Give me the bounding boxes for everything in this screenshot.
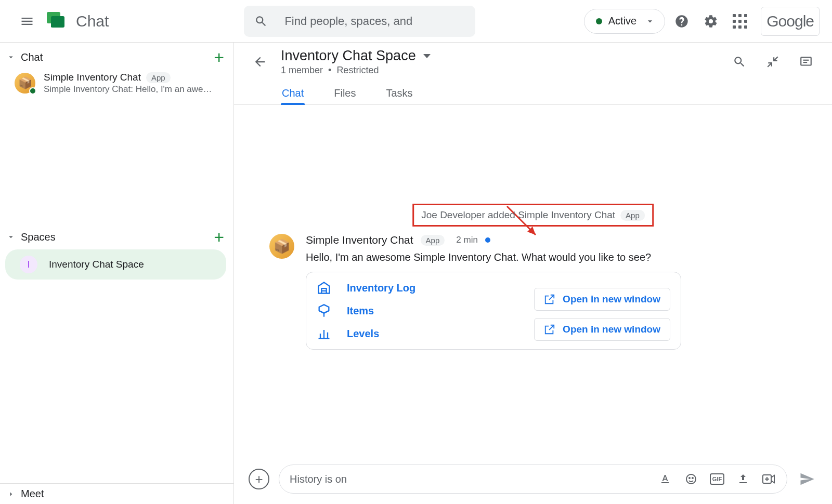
svg-point-12 bbox=[686, 474, 696, 484]
card-link-inventory-log[interactable]: Inventory Log bbox=[317, 281, 415, 295]
search-placeholder: Find people, spaces, and bbox=[284, 15, 412, 28]
search-icon bbox=[733, 55, 746, 69]
package-box-icon: 📦 bbox=[15, 73, 35, 94]
svg-point-13 bbox=[689, 478, 690, 479]
apps-button[interactable] bbox=[727, 9, 752, 34]
open-levels-button[interactable]: Open in new window bbox=[534, 318, 670, 341]
space-tabs: Chat Files Tasks bbox=[281, 82, 817, 104]
sidebar-section-spaces[interactable]: Spaces + bbox=[0, 227, 233, 247]
space-avatar: I bbox=[20, 256, 37, 273]
gif-icon: GIF bbox=[710, 473, 724, 485]
tab-files[interactable]: Files bbox=[333, 82, 357, 104]
svg-rect-2 bbox=[801, 57, 811, 65]
format-text-button[interactable] bbox=[658, 472, 672, 486]
message-area: Joe Developer added Simple Inventory Cha… bbox=[234, 105, 832, 456]
chat-logo-icon bbox=[46, 11, 67, 32]
open-items-button[interactable]: Open in new window bbox=[534, 288, 670, 311]
message-author: Simple Inventory Chat bbox=[306, 234, 413, 246]
system-message: Joe Developer added Simple Inventory Cha… bbox=[421, 209, 615, 221]
space-menu-caret-icon[interactable] bbox=[423, 54, 431, 58]
sidebar-chat-title: Simple Inventory Chat bbox=[44, 72, 141, 83]
status-dot-icon bbox=[596, 18, 602, 24]
caret-down-icon bbox=[6, 232, 16, 242]
open-side-panel-button[interactable] bbox=[795, 50, 817, 73]
gear-icon bbox=[704, 14, 718, 29]
message-card: Inventory Log Items Levels bbox=[306, 272, 681, 350]
caret-right-icon bbox=[6, 489, 16, 499]
main-panel: Inventory Chat Space 1 member • Restrict… bbox=[234, 43, 832, 504]
app-badge: App bbox=[620, 210, 645, 221]
open-external-icon bbox=[544, 294, 555, 305]
chat-message: 📦 Simple Inventory Chat App 2 min Hello,… bbox=[269, 234, 817, 350]
svg-rect-1 bbox=[51, 16, 64, 28]
sidebar-section-chat-title: Chat bbox=[21, 51, 43, 63]
emoji-icon bbox=[685, 473, 697, 485]
help-icon bbox=[674, 14, 689, 29]
message-time: 2 min bbox=[456, 235, 478, 245]
gif-button[interactable]: GIF bbox=[710, 472, 724, 486]
send-button[interactable] bbox=[797, 469, 817, 489]
tab-chat[interactable]: Chat bbox=[281, 82, 305, 104]
caret-down-icon bbox=[6, 52, 16, 62]
svg-point-14 bbox=[692, 478, 693, 479]
message-text: Hello, I'm an awesome Simple Inventory C… bbox=[306, 251, 681, 263]
new-chat-button[interactable]: + bbox=[214, 51, 224, 63]
sidebar-space-name: Inventory Chat Space bbox=[49, 259, 144, 270]
menu-icon bbox=[20, 14, 34, 29]
app-header: Chat Find people, spaces, and Active Goo… bbox=[0, 0, 832, 43]
space-header: Inventory Chat Space 1 member • Restrict… bbox=[234, 43, 832, 105]
new-space-button[interactable]: + bbox=[214, 231, 224, 243]
upload-button[interactable] bbox=[736, 472, 750, 486]
tab-tasks[interactable]: Tasks bbox=[385, 82, 413, 104]
chevron-down-icon bbox=[645, 16, 655, 26]
card-link-levels[interactable]: Levels bbox=[317, 326, 415, 341]
open-external-icon bbox=[544, 324, 555, 335]
sidebar-space-item[interactable]: I Inventory Chat Space bbox=[5, 249, 226, 280]
space-subtitle: 1 member • Restricted bbox=[281, 65, 431, 76]
composer-placeholder: History is on bbox=[290, 473, 649, 485]
plus-icon: + bbox=[255, 471, 263, 487]
main-menu-button[interactable] bbox=[15, 9, 40, 34]
google-brand[interactable]: Google bbox=[761, 7, 820, 36]
compose-add-button[interactable]: + bbox=[249, 469, 269, 489]
sidebar-section-meet[interactable]: Meet bbox=[0, 484, 233, 504]
bar-chart-icon bbox=[317, 326, 331, 341]
header-right: Active Google bbox=[575, 7, 820, 36]
annotation-highlight-box: Joe Developer added Simple Inventory Cha… bbox=[412, 204, 654, 227]
boxes-icon bbox=[317, 303, 331, 318]
collapse-icon bbox=[766, 55, 779, 69]
app-logo: Chat bbox=[46, 11, 109, 32]
emoji-button[interactable] bbox=[684, 472, 698, 486]
back-arrow-icon bbox=[253, 55, 267, 69]
card-link-items[interactable]: Items bbox=[317, 303, 415, 318]
presence-dot-icon bbox=[29, 87, 36, 95]
composer-area: + History is on GIF bbox=[234, 456, 832, 504]
sidebar-chat-preview: Simple Inventory Chat: Hello, I'm an awe… bbox=[44, 84, 215, 95]
message-input[interactable]: History is on GIF bbox=[279, 465, 787, 494]
status-label: Active bbox=[608, 15, 636, 27]
apps-grid-icon bbox=[733, 14, 747, 29]
search-box[interactable]: Find people, spaces, and bbox=[244, 6, 475, 37]
help-button[interactable] bbox=[669, 9, 694, 34]
sidebar-section-chat[interactable]: Chat + bbox=[0, 47, 233, 68]
sidebar-section-spaces-title: Spaces bbox=[21, 231, 56, 243]
app-badge: App bbox=[146, 72, 171, 83]
send-icon bbox=[799, 471, 815, 487]
video-plus-icon bbox=[762, 473, 776, 485]
space-search-button[interactable] bbox=[728, 50, 751, 73]
sidebar-section-meet-title: Meet bbox=[21, 488, 44, 500]
video-meeting-button[interactable] bbox=[762, 472, 776, 486]
settings-button[interactable] bbox=[698, 9, 723, 34]
sidebar: Chat + 📦 Simple Inventory Chat App Simpl… bbox=[0, 43, 234, 504]
collapse-button[interactable] bbox=[761, 50, 784, 73]
back-button[interactable] bbox=[249, 50, 271, 73]
text-format-icon bbox=[659, 473, 671, 485]
sidebar-chat-item[interactable]: 📦 Simple Inventory Chat App Simple Inven… bbox=[0, 68, 233, 99]
app-badge: App bbox=[421, 235, 445, 246]
package-box-icon: 📦 bbox=[269, 234, 294, 259]
unread-dot-icon bbox=[485, 237, 490, 243]
status-pill[interactable]: Active bbox=[584, 9, 665, 34]
warehouse-icon bbox=[317, 281, 331, 295]
app-name: Chat bbox=[76, 12, 109, 30]
space-title: Inventory Chat Space bbox=[281, 48, 416, 64]
